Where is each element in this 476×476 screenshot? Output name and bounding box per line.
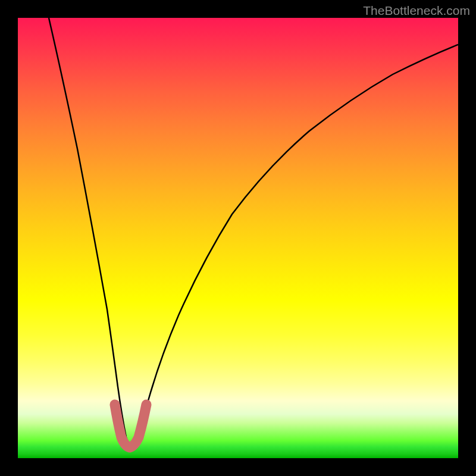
bottleneck-curve <box>49 18 458 446</box>
marker-dot-right <box>142 400 151 409</box>
marker-dot-left <box>110 400 120 409</box>
chart-plot-area <box>18 18 458 458</box>
watermark-text: TheBottleneck.com <box>363 4 470 18</box>
minimum-marker <box>115 405 146 447</box>
chart-svg <box>18 18 458 458</box>
